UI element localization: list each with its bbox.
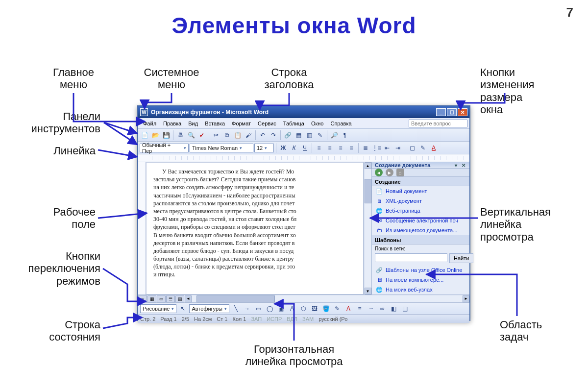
nav-back-icon[interactable]: ◄ [375,169,383,176]
menu-format[interactable]: Формат [229,120,254,127]
align-justify-icon[interactable]: ≡ [346,143,356,153]
hscroll-right-icon[interactable]: ► [463,295,469,302]
table-icon[interactable]: ▦ [294,130,303,140]
linecolor-icon[interactable]: ✎ [332,304,342,314]
font-combo[interactable]: Times New Roman [190,144,253,152]
hscroll-thumb[interactable] [196,295,275,302]
arrowstyle-icon[interactable]: ⇨ [377,304,387,314]
fontcolor-icon[interactable]: A [343,304,353,314]
wordart-icon[interactable]: A [287,304,297,314]
draw-combo[interactable]: Рисование [140,304,176,313]
autoshapes-combo[interactable]: Автофигуры [189,304,229,313]
rect-icon[interactable]: ▭ [253,304,263,314]
close-button[interactable]: ✕ [458,108,467,116]
align-center-icon[interactable]: ≡ [325,143,335,153]
undo-icon[interactable]: ↶ [258,130,268,140]
columns-icon[interactable]: ▥ [304,130,314,140]
preview-icon[interactable]: 🔍 [186,130,196,140]
paste-icon[interactable]: 📋 [233,130,243,140]
bullets-icon[interactable]: ⋮≡ [371,143,381,153]
copy-icon[interactable]: ⧉ [222,130,232,140]
italic-icon[interactable]: К [289,143,299,153]
tp-link-new[interactable]: 📄Новый документ [372,186,469,196]
view-print-icon[interactable]: ▭ [157,295,166,302]
pointer-icon[interactable]: ↖ [178,304,188,314]
bold-icon[interactable]: Ж [278,143,288,153]
spell-icon[interactable]: ✓ [197,130,207,140]
menu-view[interactable]: Вид [185,120,201,127]
shadow-icon[interactable]: ◧ [389,304,398,314]
fillcolor-icon[interactable]: 🪣 [321,304,331,314]
tp-link-mywebs[interactable]: 🌐На моих веб-узлах [372,285,469,294]
highlight-icon[interactable]: ✎ [418,143,428,153]
format-painter-icon[interactable]: 🖌 [244,130,253,140]
menu-file[interactable]: Файл [140,120,159,127]
numbering-icon[interactable]: ≣ [361,143,370,153]
nav-home-icon[interactable]: ⌂ [396,169,404,176]
dash-icon[interactable]: ┄ [366,304,376,314]
titlebar[interactable]: W Организация фуршетов - Microsoft Word … [138,106,469,118]
tp-link-mail[interactable]: ✉Сообщение электронной поч [372,216,469,225]
zoom-icon[interactable]: 🔎 [329,130,339,140]
clipart-icon[interactable]: 🖼 [310,304,319,314]
tp-link-office-online[interactable]: 🔗Шаблоны на узле Office Online [372,265,469,275]
document-page[interactable]: У Вас намечается торжество и Вы ждете го… [146,162,364,294]
view-normal-icon[interactable]: ≡ [138,295,147,302]
scroll-thumb[interactable] [365,179,371,203]
redo-icon[interactable]: ↷ [269,130,278,140]
tp-link-existing[interactable]: 🗀Из имеющегося документа... [372,225,469,235]
view-reading-icon[interactable]: ▤ [175,295,184,302]
horizontal-ruler[interactable] [138,154,469,162]
hscroll-left-icon[interactable]: ◄ [185,295,192,302]
drawing-icon[interactable]: ✎ [315,130,325,140]
arrow-icon[interactable]: → [242,304,252,314]
view-outline-icon[interactable]: ☰ [166,295,175,302]
template-search-button[interactable]: Найти [449,253,473,263]
pilcrow-icon[interactable]: ¶ [340,130,350,140]
scroll-up-icon[interactable]: ▲ [365,162,371,169]
horizontal-scrollbar[interactable]: ≡ ▦ ▭ ☰ ▤ ◄ ► [138,294,469,302]
menu-window[interactable]: Окно [308,120,327,127]
view-web-icon[interactable]: ▦ [147,295,156,302]
link-icon[interactable]: 🔗 [283,130,293,140]
oval-icon[interactable]: ◯ [265,304,274,314]
vertical-ruler[interactable] [138,162,146,294]
template-search-input[interactable] [375,253,447,262]
textbox-icon[interactable]: ▣ [276,304,286,314]
style-combo[interactable]: Обычный + Пер [140,144,189,152]
open-icon[interactable]: 📂 [150,130,160,140]
menu-edit[interactable]: Правка [160,120,184,127]
new-icon[interactable]: 📄 [140,130,149,140]
vertical-scrollbar[interactable]: ▲ ▼ [364,162,371,294]
menu-table[interactable]: Таблица [280,120,307,127]
tp-link-web[interactable]: 🌐Веб-страница [372,206,469,216]
nav-fwd-icon[interactable]: ► [386,169,393,176]
app-icon[interactable]: W [140,108,148,116]
indent-icon[interactable]: ⇥ [393,143,403,153]
scroll-down-icon[interactable]: ▼ [365,288,371,294]
taskpane-menu-icon[interactable]: ▾ [453,162,459,168]
lineweight-icon[interactable]: ≡ [355,304,365,314]
cut-icon[interactable]: ✂ [211,130,221,140]
maximize-button[interactable]: ☐ [447,108,457,116]
menu-insert[interactable]: Вставка [202,120,228,127]
border-icon[interactable]: ▢ [407,143,417,153]
help-search-input[interactable] [409,120,467,127]
tp-link-mycomputer[interactable]: 🖥На моем компьютере... [372,275,469,285]
taskpane-close-icon[interactable]: ✕ [461,162,466,168]
line-icon[interactable]: ╲ [231,304,241,314]
tp-link-xml[interactable]: 🗎XML-документ [372,196,469,206]
size-combo[interactable]: 12 [254,144,274,152]
save-icon[interactable]: 💾 [161,130,171,140]
align-right-icon[interactable]: ≡ [336,143,345,153]
underline-icon[interactable]: Ч [300,143,310,153]
diagram-icon[interactable]: ⬡ [298,304,308,314]
menu-tools[interactable]: Сервис [255,120,279,127]
print-icon[interactable]: 🖶 [175,130,185,140]
outdent-icon[interactable]: ⇤ [382,143,392,153]
minimize-button[interactable]: _ [436,108,446,116]
align-left-icon[interactable]: ≡ [314,143,324,153]
3d-icon[interactable]: ◫ [400,304,410,314]
menu-help[interactable]: Справка [327,120,354,127]
font-color-icon[interactable]: A [429,143,439,153]
